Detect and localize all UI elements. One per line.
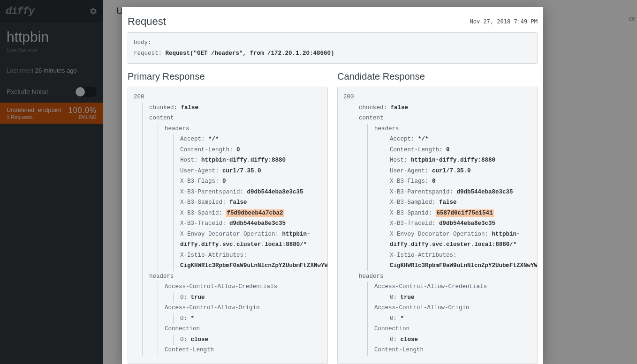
candidate-title: Candidate Response	[337, 68, 538, 87]
modal-title: Request	[128, 15, 166, 28]
request-val: Request("GET /headers", from /172.20.1.2…	[166, 50, 334, 57]
candidate-panel: 200 chunked: false content headers Accep…	[337, 87, 538, 364]
request-key: request:	[134, 50, 166, 57]
status: 200	[134, 92, 322, 103]
candidate-spanid-diff: 6587d0c1f75e1541	[436, 209, 494, 217]
modal-timestamp: Nov 27, 2018 7:49 PM	[470, 18, 538, 25]
body-key: body:	[134, 39, 152, 46]
primary-title: Primary Response	[128, 68, 328, 87]
candidate-col: Candidate Response 200 chunked: false co…	[337, 68, 538, 364]
primary-spanid-diff: f5d9dbeeb4a7cba2	[226, 209, 284, 217]
primary-col: Primary Response 200 chunked: false cont…	[128, 68, 328, 364]
status: 200	[343, 92, 531, 103]
modal-header: Request Nov 27, 2018 7:49 PM	[128, 12, 538, 32]
responses: Primary Response 200 chunked: false cont…	[128, 68, 538, 364]
request-panel: body: request: Request("GET /headers", f…	[128, 32, 538, 64]
diff-modal: Request Nov 27, 2018 7:49 PM body: reque…	[122, 7, 543, 364]
primary-panel: 200 chunked: false content headers Accep…	[128, 87, 328, 364]
